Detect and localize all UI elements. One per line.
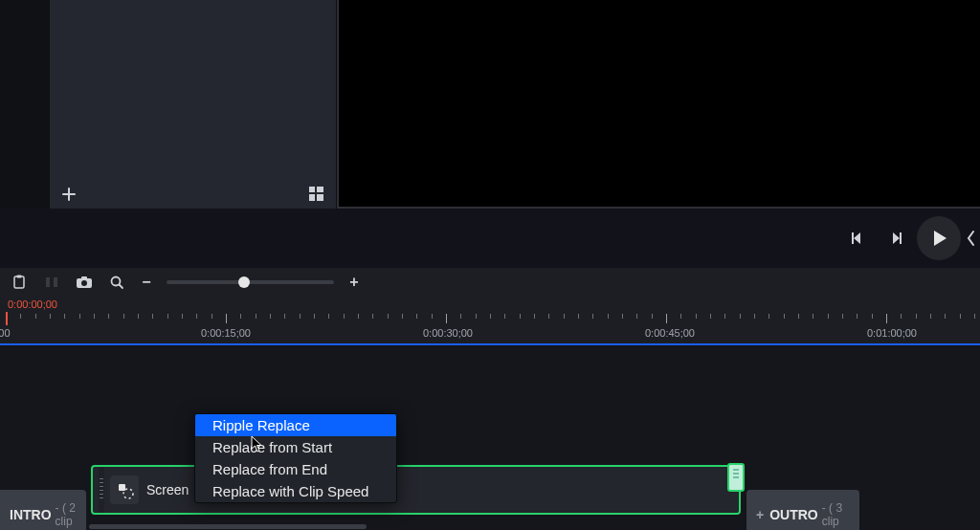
playback-bar (0, 209, 980, 268)
zoom-in-button[interactable]: + (347, 274, 361, 291)
svg-rect-12 (81, 276, 87, 279)
svg-rect-1 (317, 187, 323, 192)
play-icon (928, 228, 949, 249)
split-icon (44, 275, 59, 290)
svg-rect-3 (317, 194, 323, 201)
svg-rect-0 (309, 187, 315, 192)
playhead[interactable] (6, 312, 8, 325)
step-forward-icon (887, 230, 904, 247)
ruler-baseline (0, 343, 980, 345)
loading-icon (115, 480, 134, 499)
magnifier-icon (109, 275, 124, 290)
svg-rect-6 (14, 276, 24, 288)
clip-thumbnail (110, 475, 139, 504)
plus-icon (61, 187, 77, 202)
clip-outro-expand-icon[interactable]: + (756, 507, 764, 522)
clip-screen-label: Screen (146, 482, 189, 497)
timeline-tracks[interactable]: INTRO - ( 2 clip Screen + OUTRO - ( 3 cl… (0, 346, 980, 530)
ruler-label: 0:00:15;00 (201, 327, 251, 339)
cursor-pointer-icon (251, 435, 264, 453)
svg-rect-15 (119, 484, 125, 491)
grip-icon (100, 478, 103, 501)
step-back-icon (849, 230, 866, 247)
clipboard-icon (11, 275, 27, 290)
clip-screen-recording[interactable]: Screen (91, 465, 741, 515)
svg-rect-4 (852, 232, 854, 244)
clip-intro-sub: - ( 2 clip (56, 501, 86, 528)
skip-forward-edge[interactable] (965, 209, 976, 268)
svg-line-14 (120, 285, 123, 289)
zoom-tool-button[interactable] (107, 273, 126, 292)
media-bin-panel (50, 0, 337, 210)
clip-intro[interactable]: INTRO - ( 2 clip (0, 490, 86, 530)
context-menu-item[interactable]: Ripple Replace (195, 414, 396, 436)
grid-view-button[interactable] (305, 183, 328, 206)
preview-monitor (337, 0, 980, 209)
timeline-hscroll-thumb[interactable] (89, 524, 367, 529)
svg-rect-5 (900, 232, 902, 244)
chevron-left-icon (966, 230, 975, 247)
svg-point-11 (81, 280, 87, 286)
timeline-ruler[interactable]: :00;000:00:15;000:00:30;000:00:45;000:01… (0, 312, 980, 344)
paste-button[interactable] (10, 273, 29, 292)
svg-rect-2 (309, 194, 315, 201)
svg-rect-8 (46, 277, 50, 287)
timeline-toolbar: − + (0, 268, 980, 297)
clip-right-handle-doc[interactable] (727, 463, 745, 492)
add-media-button[interactable] (57, 183, 80, 206)
ruler-label: 0:00:30;00 (423, 327, 473, 339)
context-menu-replace[interactable]: Ripple ReplaceReplace from StartReplace … (194, 413, 397, 503)
prev-frame-button[interactable] (840, 221, 875, 255)
clip-outro-sub: - ( 3 clip (822, 501, 859, 528)
context-menu-item[interactable]: Replace from Start (195, 436, 396, 458)
context-menu-item[interactable]: Replace with Clip Speed (195, 480, 396, 502)
svg-rect-7 (17, 276, 22, 278)
ruler-label: 0:00:45;00 (645, 327, 695, 339)
zoom-slider-thumb[interactable] (238, 276, 250, 288)
zoom-out-button[interactable]: − (140, 274, 153, 291)
clip-outro[interactable]: + OUTRO - ( 3 clip (746, 490, 859, 530)
timecode-value: 0:00:00;00 (8, 298, 57, 310)
clip-intro-label: INTRO (10, 507, 52, 522)
ruler-label: :00;00 (0, 327, 11, 339)
next-frame-button[interactable] (879, 221, 913, 255)
clip-outro-label: OUTRO (769, 507, 818, 522)
play-button[interactable] (917, 216, 961, 260)
timecode-display[interactable]: 0:00:00;00 (0, 297, 980, 312)
snapshot-button[interactable] (75, 273, 94, 292)
clip-left-handle[interactable] (99, 467, 104, 513)
zoom-slider[interactable] (167, 280, 334, 284)
ruler-label: 0:01:00;00 (867, 327, 917, 339)
split-button (42, 273, 61, 292)
camera-icon (76, 276, 93, 289)
svg-rect-9 (54, 277, 57, 287)
context-menu-item[interactable]: Replace from End (195, 458, 396, 480)
grid-icon (308, 186, 325, 203)
